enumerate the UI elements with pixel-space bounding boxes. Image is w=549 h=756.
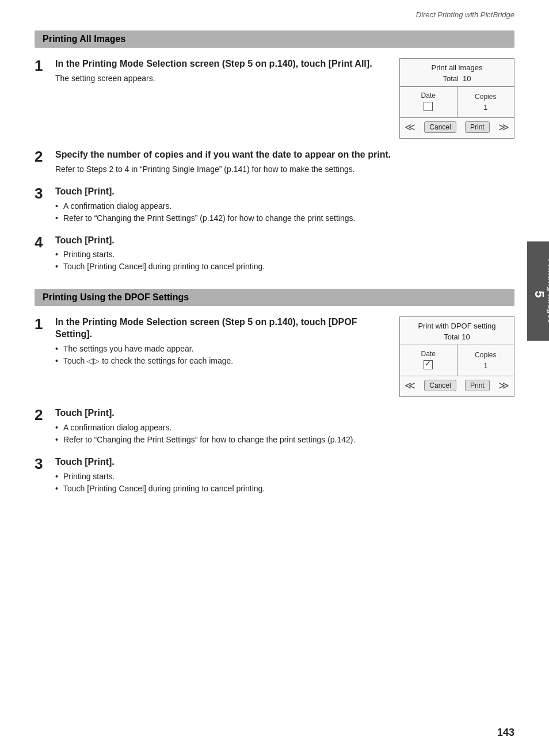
step3-block: 3 Touch [Print]. A confirmation dialog a… (35, 186, 514, 224)
step1-number: 1 (35, 58, 55, 73)
step1-title: In the Printing Mode Selection screen (S… (55, 58, 389, 70)
s2-step2-bullet2: Refer to “Changing the Print Settings” f… (55, 434, 514, 446)
step4-number: 4 (35, 235, 55, 250)
screen1-title: Print all images (400, 59, 514, 73)
screen1-date-checkbox (424, 102, 433, 113)
s2-step2-bullet1: A confirmation dialog appears. (55, 422, 514, 434)
section2-title: Printing Using the DPOF Settings (35, 289, 514, 306)
s2-step2-bullets: A confirmation dialog appears. Refer to … (55, 422, 514, 446)
s2-step1-title: In the Printing Mode Selection screen (S… (55, 316, 389, 341)
screen1-total: Total 10 (400, 73, 514, 86)
step3-content: Touch [Print]. A confirmation dialog app… (55, 186, 514, 224)
step3-bullet2: Refer to “Changing the Print Settings” (… (55, 212, 514, 224)
step3-number: 3 (35, 186, 55, 201)
s2-step3-bullets: Printing starts. Touch [Printing Cancel]… (55, 471, 514, 495)
screen2-buttons-row: Date Copies 1 (400, 345, 514, 376)
screen2-copies-value: 1 (483, 361, 487, 370)
screen1-buttons-row: Date Copies 1 (400, 86, 514, 118)
main-content: Printing All Images 1 In the Printing Mo… (0, 25, 549, 522)
s2-step2-number: 2 (35, 407, 55, 422)
screen1-cancel-btn[interactable]: Cancel (424, 121, 456, 133)
page-number: 143 (497, 727, 514, 739)
screen1-right-arrow: ≫ (498, 121, 509, 133)
screen-mockup-1: Print all images Total 10 Date Copies 1 … (399, 58, 514, 139)
screen2-nav-row: ≪ Cancel Print ≫ (400, 376, 514, 395)
step4-block: 4 Touch [Print]. Printing starts. Touch … (35, 235, 514, 273)
step1-body: The setting screen appears. (55, 72, 389, 85)
step1-left: In the Printing Mode Selection screen (S… (55, 58, 389, 85)
s2-step3-bullet1: Printing starts. (55, 471, 514, 483)
screen2-title: Print with DPOF setting (400, 317, 514, 331)
step2-number: 2 (35, 149, 55, 164)
screen2-copies-label: Copies (475, 351, 496, 359)
side-tab-text: Printing Images (547, 259, 549, 324)
step4-title: Touch [Print]. (55, 235, 514, 247)
step3-bullets: A confirmation dialog appears. Refer to … (55, 200, 514, 224)
s2-step2-content: Touch [Print]. A confirmation dialog app… (55, 407, 514, 446)
step2-content: Specify the number of copies and if you … (55, 149, 514, 175)
s2-step1-bullet2: Touch ◁▷ to check the settings for each … (55, 355, 389, 367)
step1-block: 1 In the Printing Mode Selection screen … (35, 58, 514, 139)
screen1-date-cell: Date (400, 87, 458, 117)
s2-step2-block: 2 Touch [Print]. A confirmation dialog a… (35, 407, 514, 446)
screen1-copies-label: Copies (475, 93, 496, 101)
s2-step3-content: Touch [Print]. Printing starts. Touch [P… (55, 456, 514, 495)
step2-block: 2 Specify the number of copies and if yo… (35, 149, 514, 175)
s2-step3-block: 3 Touch [Print]. Printing starts. Touch … (35, 456, 514, 495)
screen1-left-arrow: ≪ (405, 121, 415, 133)
step2-title: Specify the number of copies and if you … (55, 149, 514, 161)
screen2-date-checkbox (424, 360, 433, 371)
screen1-print-btn[interactable]: Print (465, 121, 490, 133)
step4-bullets: Printing starts. Touch [Printing Cancel]… (55, 249, 514, 273)
s2-step3-bullet2: Touch [Printing Cancel] during printing … (55, 483, 514, 495)
s2-step1-bullets: The settings you have made appear. Touch… (55, 343, 389, 367)
screen2-copies-cell: Copies 1 (458, 345, 514, 376)
screen2-date-cell: Date (400, 345, 458, 376)
page-header: Direct Printing with PictBridge (0, 0, 549, 25)
step2-body: Refer to Steps 2 to 4 in “Printing Singl… (55, 163, 514, 175)
s2-step3-number: 3 (35, 456, 55, 471)
s2-step1-left: In the Printing Mode Selection screen (S… (55, 316, 389, 367)
step4-bullet2: Touch [Printing Cancel] during printing … (55, 261, 514, 273)
screen1-copies-cell: Copies 1 (458, 87, 514, 117)
screen1-copies-value: 1 (483, 103, 487, 112)
screen2-total: Total 10 (400, 331, 514, 345)
side-tab-number: 5 (532, 291, 547, 297)
screen1-date-label: Date (421, 91, 436, 100)
s2-step3-title: Touch [Print]. (55, 456, 514, 468)
section1-title: Printing All Images (35, 30, 514, 48)
side-tab: 5 Printing Images (527, 242, 549, 341)
s2-step1-number: 1 (35, 316, 55, 331)
s2-step1-bullet1: The settings you have made appear. (55, 343, 389, 355)
screen2-left-arrow: ≪ (405, 379, 415, 392)
screen2-date-label: Date (421, 350, 436, 358)
screen-mockup-2: Print with DPOF setting Total 10 Date Co… (399, 316, 514, 397)
step4-content: Touch [Print]. Printing starts. Touch [P… (55, 235, 514, 273)
step4-bullet1: Printing starts. (55, 249, 514, 261)
screen2-right-arrow: ≫ (498, 379, 509, 392)
s2-step2-title: Touch [Print]. (55, 407, 514, 419)
screen2-cancel-btn[interactable]: Cancel (424, 380, 456, 391)
screen2-print-btn[interactable]: Print (465, 380, 490, 391)
step3-title: Touch [Print]. (55, 186, 514, 198)
screen1-nav-row: ≪ Cancel Print ≫ (400, 118, 514, 136)
step3-bullet1: A confirmation dialog appears. (55, 200, 514, 212)
s2-step1-block: 1 In the Printing Mode Selection screen … (35, 316, 514, 397)
